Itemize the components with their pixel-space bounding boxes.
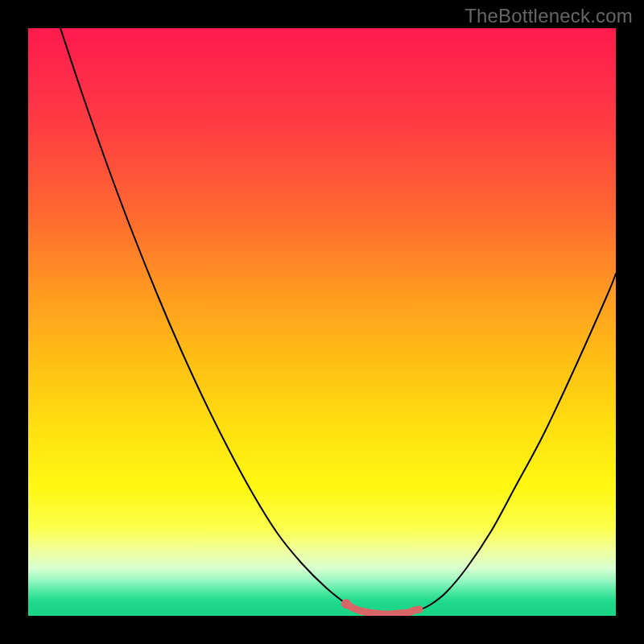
highlighted-minimum-start-dot <box>341 599 351 609</box>
chart-svg <box>28 28 616 616</box>
bottleneck-curve <box>60 28 616 614</box>
watermark-text: TheBottleneck.com <box>464 5 633 27</box>
chart-frame: TheBottleneck.com <box>0 0 644 644</box>
highlighted-minimum-segment <box>346 604 419 614</box>
